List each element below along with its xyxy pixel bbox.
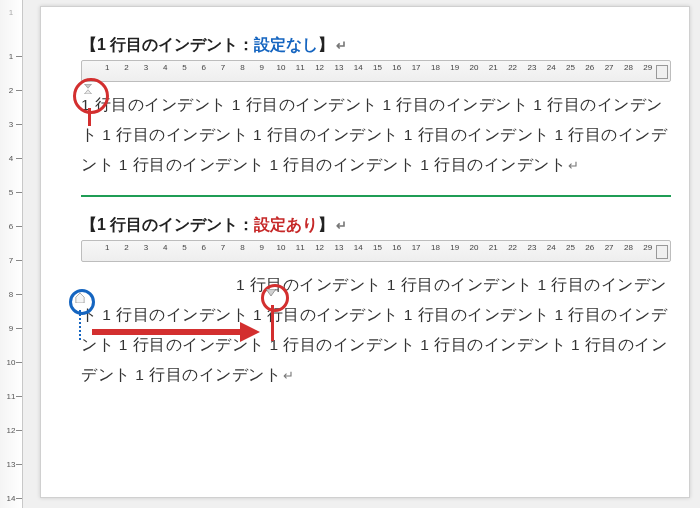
hruler-num: 20 — [470, 63, 479, 72]
hruler-num: 7 — [221, 243, 225, 252]
hruler-num: 15 — [373, 63, 382, 72]
hruler-num: 4 — [163, 63, 167, 72]
heading2-keyword: 設定あり — [254, 216, 318, 233]
hruler-num: 28 — [624, 243, 633, 252]
hruler-num: 21 — [489, 243, 498, 252]
hruler-num: 6 — [202, 243, 206, 252]
hruler-num: 4 — [163, 243, 167, 252]
return-mark-icon: ↵ — [283, 368, 295, 383]
hruler-num: 2 — [124, 243, 128, 252]
heading1-keyword: 設定なし — [254, 36, 318, 53]
hruler-num: 11 — [296, 63, 305, 72]
hruler-num: 16 — [392, 63, 401, 72]
hruler-num: 24 — [547, 63, 556, 72]
hruler-num: 25 — [566, 63, 575, 72]
hruler-num: 29 — [643, 63, 652, 72]
hruler-num: 19 — [450, 243, 459, 252]
hruler-num: 22 — [508, 243, 517, 252]
hruler-num: 3 — [144, 63, 148, 72]
heading-with-indent: 【1 行目のインデント：設定あり】↵ — [81, 215, 671, 236]
vruler-gray-label: 1 — [0, 8, 22, 17]
hruler-num: 2 — [124, 63, 128, 72]
green-divider — [81, 195, 671, 197]
hruler-num: 1 — [105, 63, 109, 72]
hruler-num: 12 — [315, 243, 324, 252]
vertical-ruler: 1234567891011121314 1 — [0, 0, 23, 508]
hruler-num: 9 — [259, 63, 263, 72]
body-with-indent: 1 行目のインデント 1 行目のインデント 1 行目のインデント 1 行目のイン… — [81, 270, 671, 391]
heading2-pre: 【1 行目のインデント： — [81, 216, 254, 233]
hruler-num: 9 — [259, 243, 263, 252]
hruler-num: 14 — [354, 63, 363, 72]
right-indent-handle[interactable] — [656, 245, 668, 259]
hruler-num: 7 — [221, 63, 225, 72]
hruler-num: 22 — [508, 63, 517, 72]
hruler-num: 27 — [605, 243, 614, 252]
return-mark-icon: ↵ — [568, 158, 580, 173]
body2-text: 1 行目のインデント 1 行目のインデント 1 行目のインデント 1 行目のイン… — [81, 276, 667, 384]
hruler-num: 23 — [527, 243, 536, 252]
hruler-num: 11 — [296, 243, 305, 252]
hruler-num: 23 — [527, 63, 536, 72]
hruler-num: 26 — [585, 63, 594, 72]
return-mark-icon: ↵ — [336, 218, 347, 233]
hruler-num: 1 — [105, 243, 109, 252]
hruler-num: 16 — [392, 243, 401, 252]
body-no-indent: 1 行目のインデント 1 行目のインデント 1 行目のインデント 1 行目のイン… — [81, 90, 671, 181]
hruler-num: 21 — [489, 63, 498, 72]
document-page: 【1 行目のインデント：設定なし】↵ 123456789101112131415… — [40, 6, 690, 498]
hruler-num: 18 — [431, 63, 440, 72]
hruler-num: 17 — [412, 63, 421, 72]
return-mark-icon: ↵ — [336, 38, 347, 53]
hruler-num: 10 — [277, 243, 286, 252]
hruler-num: 5 — [182, 63, 186, 72]
hruler-num: 26 — [585, 243, 594, 252]
heading1-pre: 【1 行目のインデント： — [81, 36, 254, 53]
hruler-num: 5 — [182, 243, 186, 252]
hruler-num: 18 — [431, 243, 440, 252]
hruler-num: 17 — [412, 243, 421, 252]
hruler-num: 10 — [277, 63, 286, 72]
hruler-num: 3 — [144, 243, 148, 252]
hruler-num: 29 — [643, 243, 652, 252]
hruler-num: 15 — [373, 243, 382, 252]
hruler-num: 27 — [605, 63, 614, 72]
right-indent-handle[interactable] — [656, 65, 668, 79]
hruler-num: 25 — [566, 243, 575, 252]
hruler-num: 12 — [315, 63, 324, 72]
hruler-num: 13 — [334, 243, 343, 252]
heading1-post: 】 — [318, 36, 334, 53]
heading2-post: 】 — [318, 216, 334, 233]
hruler-num: 24 — [547, 243, 556, 252]
hruler-num: 8 — [240, 63, 244, 72]
hruler-num: 6 — [202, 63, 206, 72]
hruler-num: 13 — [334, 63, 343, 72]
horizontal-ruler-2[interactable]: 1234567891011121314151617181920212223242… — [81, 240, 671, 262]
hruler-num: 19 — [450, 63, 459, 72]
hruler-num: 8 — [240, 243, 244, 252]
heading-no-indent: 【1 行目のインデント：設定なし】↵ — [81, 35, 671, 56]
hruler-num: 14 — [354, 243, 363, 252]
horizontal-ruler-1[interactable]: 1234567891011121314151617181920212223242… — [81, 60, 671, 82]
hruler-num: 20 — [470, 243, 479, 252]
hruler-num: 28 — [624, 63, 633, 72]
